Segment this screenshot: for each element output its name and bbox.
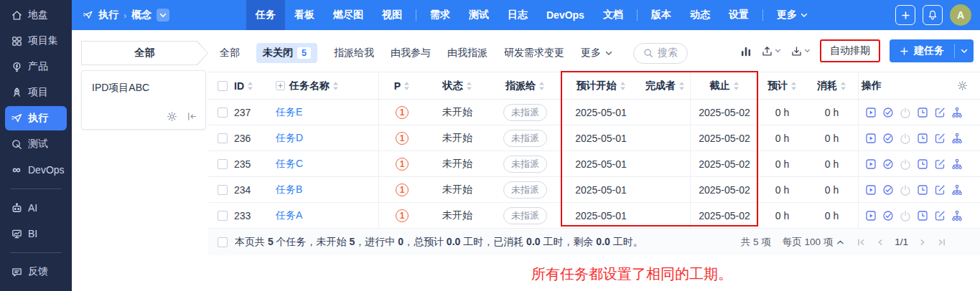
sort-icon[interactable] [678,81,685,91]
sort-icon[interactable] [620,81,626,91]
nav-tab-view[interactable]: 视图 [373,0,411,30]
project-switch-chevron-icon[interactable] [157,9,169,22]
breadcrumb[interactable]: 执行 › 概念 [83,0,169,30]
table-settings-gear-icon[interactable] [957,80,968,91]
collapse-panel-icon[interactable] [187,111,197,122]
task-name-link[interactable]: 任务E [276,106,302,119]
sort-icon[interactable] [403,81,410,91]
sort-icon[interactable] [538,81,545,91]
assignee-pill[interactable]: 未指派 [503,207,547,224]
footer-checkbox[interactable] [218,237,228,247]
finish-icon[interactable] [882,158,894,170]
edit-icon[interactable] [934,133,946,144]
row-checkbox[interactable] [218,108,228,118]
nav-tab-devops[interactable]: DevOps [537,0,594,30]
create-task-dropdown[interactable] [955,39,974,62]
report-chart-button[interactable] [740,45,752,57]
start-icon[interactable] [865,133,877,144]
subdivide-icon[interactable] [951,133,963,144]
assignee-pill[interactable]: 未指派 [503,181,547,199]
filter-unclosed[interactable]: 未关闭5 [256,43,317,63]
project-card-name[interactable]: IPD项目ABC [92,82,149,95]
subdivide-icon[interactable] [951,184,963,196]
sidebar-item-home[interactable]: 地盘 [5,3,67,27]
filter-assigned-by-me[interactable]: 由我指派 [447,47,487,59]
scope-tab-all[interactable]: 全部 [81,41,208,65]
subdivide-icon[interactable] [951,158,963,170]
auto-schedule-button[interactable]: 自动排期 [820,39,880,62]
edit-icon[interactable] [934,107,946,118]
nav-tab-story[interactable]: 需求 [421,0,459,30]
sidebar-item-project[interactable]: 项目 [5,80,67,105]
task-name-link[interactable]: 任务D [276,132,303,145]
row-checkbox[interactable] [218,133,228,143]
row-checkbox[interactable] [218,185,228,195]
export-button[interactable] [761,45,781,57]
filter-story-change[interactable]: 研发需求变更 [504,47,564,59]
breadcrumb-module[interactable]: 执行 [98,9,118,22]
start-icon[interactable] [865,107,877,118]
nav-tab-setting[interactable]: 设置 [719,0,758,30]
notifications-button[interactable] [923,5,943,25]
sort-icon[interactable] [790,81,797,91]
log-effort-icon[interactable] [917,210,928,221]
sidebar-item-execution[interactable]: 执行 [5,106,67,130]
nav-tab-build[interactable]: 版本 [642,0,681,30]
avatar[interactable]: A [950,4,971,26]
project-settings-gear-icon[interactable] [167,111,177,122]
sidebar-item-bi[interactable]: BI [5,221,67,246]
subdivide-icon[interactable] [951,107,963,118]
finish-icon[interactable] [882,133,894,144]
filter-assigned-to-me[interactable]: 指派给我 [334,47,374,59]
sidebar-item-program[interactable]: 项目集 [5,29,67,53]
prev-page-button[interactable] [875,237,885,247]
log-effort-icon[interactable] [917,158,928,170]
nav-tab-doc[interactable]: 文档 [594,0,633,30]
start-icon[interactable] [865,210,877,221]
page-size-selector[interactable]: 每页 100 项 [783,236,845,249]
log-effort-icon[interactable] [917,107,928,118]
nav-tab-dynamic[interactable]: 动态 [681,0,719,30]
finish-icon[interactable] [882,107,894,118]
nav-tab-kanban[interactable]: 看板 [285,0,324,30]
project-card[interactable]: IPD项目ABC [81,70,206,130]
next-page-button[interactable] [918,237,928,247]
start-icon[interactable] [865,158,877,170]
breadcrumb-project[interactable]: 概念 [131,9,151,22]
sidebar-item-devops[interactable]: ∞DevOps [5,158,67,182]
sort-icon[interactable] [247,81,253,91]
sidebar-item-feedback[interactable]: 反馈 [5,259,67,284]
start-icon[interactable] [865,184,877,196]
finish-icon[interactable] [882,210,894,221]
sort-icon[interactable] [733,81,739,91]
sidebar-item-product[interactable]: 产品 [5,54,67,79]
last-page-button[interactable] [937,237,947,247]
sort-icon[interactable] [466,81,472,91]
nav-tab-task[interactable]: 任务 [246,0,285,30]
assignee-pill[interactable]: 未指派 [503,130,547,147]
assignee-pill[interactable]: 未指派 [503,104,547,121]
expand-all-icon[interactable] [276,81,285,90]
row-checkbox[interactable] [218,159,228,169]
row-checkbox[interactable] [218,211,228,221]
subdivide-icon[interactable] [951,210,963,221]
first-page-button[interactable] [856,237,866,247]
filter-more[interactable]: 更多 [581,47,612,59]
nav-tab-test[interactable]: 测试 [459,0,498,30]
sidebar-item-qa[interactable]: 测试 [5,132,67,156]
import-button[interactable] [790,45,811,57]
sort-icon[interactable] [332,81,339,91]
edit-icon[interactable] [934,184,946,196]
search-input[interactable]: 搜索 [633,43,688,64]
log-effort-icon[interactable] [917,184,928,196]
nav-tab-more[interactable]: 更多 [767,0,817,30]
task-name-link[interactable]: 任务A [276,209,302,222]
sort-icon[interactable] [840,81,846,91]
filter-involved-by-me[interactable]: 由我参与 [391,47,431,59]
finish-icon[interactable] [882,184,894,196]
assignee-pill[interactable]: 未指派 [503,156,547,173]
sidebar-item-ai[interactable]: AI [5,196,67,220]
edit-icon[interactable] [934,158,946,170]
edit-icon[interactable] [934,210,946,221]
filter-all[interactable]: 全部 [220,47,240,59]
